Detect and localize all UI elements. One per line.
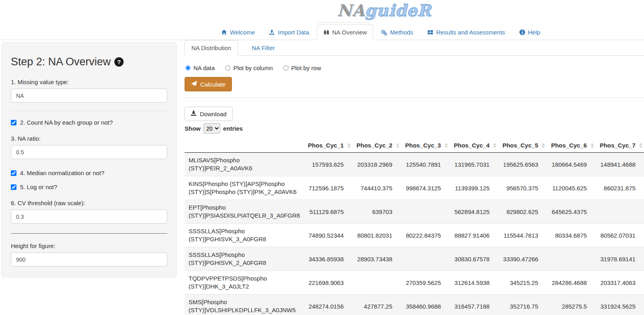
- radio-na-data-input[interactable]: [185, 65, 191, 71]
- column-header-label: Phos_Cyc_1: [308, 142, 343, 149]
- table-row[interactable]: SMS[Phospho (STY)]VDLSHIPLKDPLLFK_3_A0JN…: [185, 295, 644, 315]
- radio-plot-by-column-input[interactable]: [225, 65, 230, 71]
- nav-tab-help[interactable]: Help: [513, 24, 547, 40]
- cell-value: 331924.5625: [596, 295, 644, 315]
- cell-value: 34336.85938: [304, 247, 352, 271]
- nav-tab-label: Methods: [390, 29, 413, 36]
- nav-tab-import-data[interactable]: Import Data: [262, 24, 315, 40]
- column-header[interactable]: Phos_Cyc_1: [304, 138, 352, 153]
- calculate-label: Calculate: [200, 81, 226, 88]
- cell-value: 33390.47266: [498, 247, 547, 271]
- tab-label: NA Filter: [252, 44, 275, 51]
- radio-na-data[interactable]: NA data: [185, 65, 215, 71]
- na-ratio-input[interactable]: [11, 145, 167, 159]
- row-label: SMS[Phospho (STY)]VDLSHIPLKDPLLFK_3_A0JN…: [185, 295, 304, 315]
- cell-value: 712596.1875: [304, 176, 352, 200]
- cell-value: [547, 247, 595, 271]
- cell-value: 157593.625: [304, 153, 352, 176]
- table-row[interactable]: EPT[Phospho (STY)]PSIASDISLPIATQELR_3_A0…: [185, 200, 644, 224]
- cell-value: 31978.69141: [596, 247, 644, 271]
- column-header-label: Phos_Cyc_7: [600, 142, 636, 149]
- cell-value: 829802.625: [498, 200, 547, 224]
- sort-icon: [493, 143, 496, 148]
- column-header[interactable]: Phos_Cyc_7: [596, 138, 644, 153]
- sidebar-panel: Step 2: NA Overview ? 1. Missing value t…: [2, 42, 177, 277]
- log-checkbox[interactable]: [11, 184, 16, 190]
- divider-dark: [11, 233, 167, 234]
- cell-value: 345215.25: [498, 271, 547, 295]
- cell-value: 74890.52344: [304, 224, 352, 247]
- nav-tab-na-overview[interactable]: NA Overview: [317, 24, 374, 40]
- question-circle-icon[interactable]: ?: [114, 57, 124, 67]
- cell-value: 562894.8125: [450, 200, 498, 224]
- row-name-column-header: [185, 138, 304, 153]
- nav-tab-methods[interactable]: Methods: [374, 24, 420, 40]
- column-header-label: Phos_Cyc_5: [502, 142, 538, 149]
- cell-value: 312614.5938: [450, 271, 498, 295]
- cell-value: 284286.4688: [547, 271, 595, 295]
- table-icon: [427, 29, 433, 35]
- cv-threshold-input[interactable]: [11, 210, 167, 224]
- missing-value-type-input[interactable]: [11, 89, 167, 103]
- cell-value: 1120045.625: [547, 176, 595, 200]
- tab-na-distribution[interactable]: NA Distribution: [185, 40, 238, 56]
- sort-icon: [396, 143, 399, 148]
- nav-tab-label: Results and Assessments: [436, 29, 505, 36]
- page-length-select[interactable]: 20: [203, 123, 220, 133]
- tab-na-filter[interactable]: NA Filter: [239, 40, 288, 56]
- log-checkbox-row: 5. Log or not?: [11, 184, 167, 190]
- cell-value: 203317.4063: [596, 271, 644, 295]
- cell-value: 352716.75: [498, 295, 547, 315]
- table-body: MLISAVS[Phospho (STY)]PEIR_2_A0AVK6 1575…: [185, 153, 644, 315]
- cell-value: 511129.6875: [304, 200, 352, 224]
- nav-tab-welcome[interactable]: Welcome: [215, 24, 261, 40]
- radio-plot-by-row[interactable]: Plot by row: [283, 65, 321, 71]
- radio-plot-by-column[interactable]: Plot by column: [225, 65, 272, 71]
- column-header-label: Phos_Cyc_2: [357, 142, 392, 149]
- logo-underline: [316, 22, 370, 23]
- radio-label: NA data: [193, 65, 215, 71]
- upload-icon: [269, 29, 275, 35]
- table-row[interactable]: KINS[Phospho (STY)]APS[Phospho (STY)]S[P…: [185, 176, 644, 200]
- radio-label: Plot by row: [291, 65, 321, 71]
- row-label: SSSSLLAS[Phospho (STY)]PGHISVK_3_A0FGR8: [185, 224, 304, 247]
- entries-label: entries: [223, 125, 243, 132]
- download-button[interactable]: Download: [185, 107, 233, 121]
- top-header: NAguideR: [0, 0, 644, 23]
- column-header[interactable]: Phos_Cyc_4: [450, 138, 498, 153]
- table-row[interactable]: TQDPVPPETPSDS[Phospho (STY)]DHK_3_A0JLT2…: [185, 271, 644, 295]
- count-na-checkbox-row: 2. Count NA by each group or not?: [11, 119, 167, 126]
- cell-value: 115544.7813: [498, 224, 547, 247]
- table-row[interactable]: SSSSLLAS[Phospho (STY)]PGHISVK_2_A0FGR8 …: [185, 247, 644, 271]
- na-ratio-label: 3. NA ratio:: [11, 135, 167, 142]
- cell-value: 80222.84375: [401, 224, 450, 247]
- figure-height-input[interactable]: [11, 252, 167, 267]
- sort-icon: [347, 143, 351, 148]
- cell-value: 270359.5625: [401, 271, 450, 295]
- calculate-button[interactable]: Calculate: [185, 77, 232, 91]
- cell-value: 88827.91406: [450, 224, 498, 247]
- table-row[interactable]: MLISAVS[Phospho (STY)]PEIR_2_A0AVK6 1575…: [185, 153, 644, 176]
- column-header[interactable]: Phos_Cyc_6: [547, 138, 595, 153]
- table-row[interactable]: SSSSLLAS[Phospho (STY)]PGHISVK_3_A0FGR8 …: [185, 224, 644, 247]
- binoculars-icon: [323, 29, 329, 35]
- count-na-checkbox[interactable]: [11, 120, 16, 125]
- section-divider: [185, 97, 644, 98]
- cell-value: 1139399.125: [450, 176, 498, 200]
- app-logo: NAguideR: [337, 1, 431, 20]
- median-normalization-checkbox[interactable]: [11, 170, 16, 176]
- column-header[interactable]: Phos_Cyc_3: [401, 138, 450, 153]
- nav-tab-label: Import Data: [278, 29, 309, 36]
- column-header[interactable]: Phos_Cyc_2: [353, 138, 401, 153]
- sort-icon: [639, 143, 642, 148]
- column-header[interactable]: Phos_Cyc_5: [498, 138, 547, 153]
- nav-tab-results[interactable]: Results and Assessments: [421, 24, 512, 40]
- median-normalization-label: 4. Median normalization or not?: [20, 170, 104, 176]
- cell-value: 358460.9688: [401, 295, 450, 315]
- radio-plot-by-row-input[interactable]: [283, 65, 288, 71]
- download-icon: [191, 110, 197, 117]
- cell-value: [596, 200, 644, 224]
- median-normalization-checkbox-row: 4. Median normalization or not?: [11, 170, 167, 176]
- cell-value: [401, 200, 450, 224]
- cell-value: 80562.07031: [596, 224, 644, 247]
